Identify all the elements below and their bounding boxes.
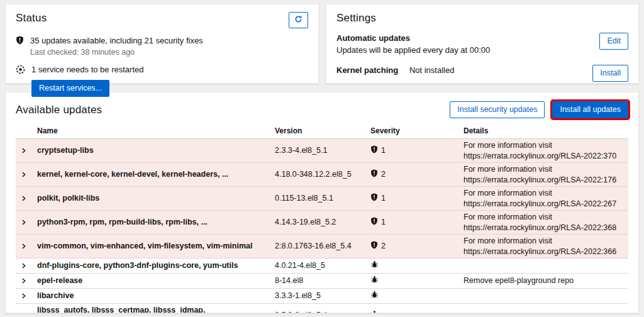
update-row: vim-common, vim-enhanced, vim-filesystem… [16, 235, 628, 259]
top-cards-row: Status [5, 4, 639, 84]
install-security-updates-button[interactable]: Install security updates [450, 101, 545, 118]
bug-icon [370, 275, 379, 287]
update-details: For more information visit https://errat… [458, 235, 628, 259]
security-shield-icon [370, 145, 378, 157]
severity-cell [370, 260, 379, 272]
chevron-right-icon [21, 170, 26, 179]
kernel-patching-row: Kernel patching Not installed Install [336, 65, 628, 82]
package-version: 2.3.3-4.el8_5.1 [270, 139, 365, 163]
chevron-right-icon [21, 291, 26, 301]
settings-title: Settings [336, 12, 628, 25]
automatic-updates-row: Automatic updates Updates will be applie… [336, 33, 628, 57]
package-name: epel-release [37, 276, 82, 285]
updates-table: Name Version Severity Details cryptsetup… [16, 123, 628, 313]
chevron-right-icon [21, 218, 26, 227]
refresh-icon [294, 15, 303, 26]
status-card: Status [5, 4, 319, 84]
restart-status-item: 1 service needs to be restarted Restart … [16, 64, 308, 97]
package-name: cryptsetup-libs [37, 146, 94, 155]
edit-automatic-updates-button[interactable]: Edit [599, 33, 628, 50]
restart-services-button[interactable]: Restart services... [31, 80, 109, 97]
name-column-header: Name [32, 123, 270, 139]
update-details [458, 289, 628, 304]
security-shield-icon [370, 169, 378, 181]
update-row: epel-release 8-14.el8 Remove epel8-playg… [16, 274, 628, 289]
software-updates-page: Status [0, 0, 644, 317]
security-shield-icon [370, 193, 378, 204]
package-version: 2:8.0.1763-16.el8_5.4 [270, 235, 365, 259]
security-shield-icon [370, 217, 378, 228]
severity-cell: 1 [370, 145, 386, 157]
expand-row-button[interactable] [17, 275, 30, 287]
refresh-button[interactable] [289, 12, 308, 28]
package-version: 8-14.el8 [270, 274, 365, 289]
version-column-header: Version [270, 123, 365, 139]
expand-row-button[interactable] [17, 240, 30, 252]
severity-cell [370, 310, 379, 313]
update-details: For more information visit https://errat… [458, 139, 628, 163]
status-title: Status [16, 12, 47, 25]
severity-count: 2 [381, 241, 386, 252]
update-row: cryptsetup-libs 2.3.3-4.el8_5.1 1 For mo… [16, 139, 628, 163]
update-details [458, 304, 628, 314]
automatic-updates-label: Automatic updates [336, 33, 599, 45]
chevron-right-icon [21, 146, 26, 155]
kernel-patching-label: Kernel patching [336, 65, 398, 75]
severity-column-header: Severity [365, 123, 458, 139]
chevron-right-icon [21, 276, 26, 286]
updates-status-item: 35 updates available, including 21 secur… [16, 35, 308, 57]
table-header-row: Name Version Severity Details [16, 123, 628, 139]
severity-cell [370, 275, 379, 287]
package-version: 4.14.3-19.el8_5.2 [270, 211, 365, 235]
package-version: 2.5.2-2.el8_5.4 [270, 304, 365, 314]
severity-cell [370, 291, 379, 302]
package-version: 0.115-13.el8_5.1 [270, 187, 365, 211]
chevron-right-icon [21, 194, 26, 203]
update-row: python3-rpm, rpm, rpm-build-libs, rpm-li… [16, 211, 628, 235]
bug-icon [370, 291, 379, 302]
expand-row-button[interactable] [17, 309, 30, 313]
expand-row-button[interactable] [17, 192, 30, 204]
details-column-header: Details [458, 123, 628, 139]
chevron-right-icon [21, 242, 26, 251]
kernel-patching-value: Not installed [409, 65, 455, 75]
package-version: 4.0.21-4.el8_5 [270, 259, 365, 274]
severity-count: 1 [381, 145, 386, 156]
package-name: libsss_autofs, libsss_certmap, libsss_id… [37, 306, 205, 313]
expand-row-button[interactable] [17, 169, 30, 181]
update-row: libarchive 3.3.3-1.el8_5 [16, 289, 628, 304]
install-all-updates-button[interactable]: Install all updates [552, 101, 628, 118]
severity-cell: 1 [370, 193, 386, 204]
update-row: libsss_autofs, libsss_certmap, libsss_id… [16, 304, 628, 314]
expand-row-button[interactable] [17, 216, 30, 228]
updates-summary: 35 updates available, including 21 secur… [30, 35, 203, 47]
severity-cell: 2 [370, 169, 386, 181]
update-row: dnf-plugins-core, python3-dnf-plugins-co… [16, 259, 628, 274]
automatic-updates-description: Updates will be applied every day at 00:… [336, 45, 599, 57]
expand-row-button[interactable] [17, 145, 30, 157]
restart-notice: 1 service needs to be restarted [31, 64, 144, 75]
settings-card: Settings Automatic updates Updates will … [326, 4, 639, 84]
package-name: vim-common, vim-enhanced, vim-filesystem… [37, 242, 252, 250]
last-checked: Last checked: 38 minutes ago [30, 47, 203, 58]
severity-cell: 1 [370, 217, 386, 228]
package-version: 4.18.0-348.12.2.el8_5 [270, 163, 365, 187]
expand-row-button[interactable] [17, 260, 30, 272]
available-updates-title: Available updates [16, 104, 102, 116]
bug-icon [370, 260, 379, 272]
update-details: For more information visit https://errat… [458, 187, 628, 211]
install-kernel-patching-button[interactable]: Install [592, 65, 628, 82]
severity-count: 2 [381, 169, 386, 180]
package-name: kernel, kernel-core, kernel-devel, kerne… [37, 170, 228, 179]
package-name: libarchive [37, 291, 74, 300]
package-name: python3-rpm, rpm, rpm-build-libs, rpm-li… [37, 218, 208, 226]
update-details: For more information visit https://errat… [458, 163, 628, 187]
available-updates-card: Available updates Install security updat… [5, 92, 639, 313]
expand-row-button[interactable] [17, 290, 30, 302]
process-restart-icon [16, 65, 25, 76]
chevron-right-icon [21, 261, 26, 270]
update-details: For more information visit https://errat… [458, 211, 628, 235]
severity-count: 1 [381, 217, 386, 228]
update-details: Remove epel8-playground repo [458, 274, 628, 289]
severity-cell: 2 [370, 241, 386, 252]
